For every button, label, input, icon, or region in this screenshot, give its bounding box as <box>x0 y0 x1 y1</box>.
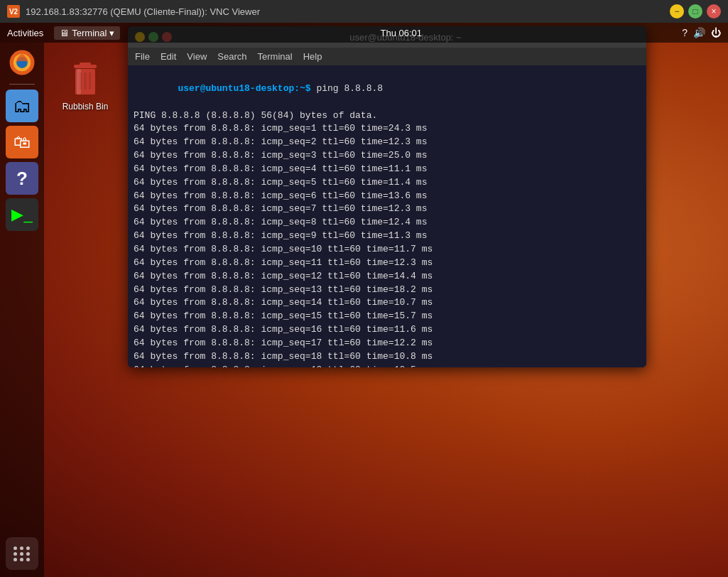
help-icon[interactable]: ? <box>682 27 688 38</box>
vnc-window-controls: − □ × <box>670 4 721 18</box>
terminal-output-line: 64 bytes from 8.8.8.8: icmp_seq=3 ttl=60… <box>134 149 641 163</box>
terminal-file-menu[interactable]: File <box>135 51 150 62</box>
volume-icon[interactable]: 🔊 <box>693 27 705 38</box>
vnc-close-button[interactable]: × <box>707 4 721 18</box>
terminal-edit-menu[interactable]: Edit <box>161 51 176 62</box>
files-icon: 🗂 <box>13 95 31 117</box>
terminal-menu-label: Terminal <box>72 28 107 38</box>
application-dock: 🗂 🛍 ? ▶_ <box>0 43 44 577</box>
terminal-view-menu[interactable]: View <box>187 51 207 62</box>
svg-rect-9 <box>77 69 81 95</box>
vnc-title: 192.168.1.83:32776 (QEMU (Cliente-Final)… <box>26 6 670 17</box>
activities-button[interactable]: Activities <box>7 28 43 38</box>
dock-item-help[interactable]: ? <box>6 162 38 195</box>
terminal-output-line: 64 bytes from 8.8.8.8: icmp_seq=11 ttl=6… <box>134 257 641 270</box>
ubuntu-desktop: Activities 🖥 Terminal ▾ Thu 06:01 ? 🔊 ⏻ <box>0 23 728 577</box>
terminal-output-line: 64 bytes from 8.8.8.8: icmp_seq=1 ttl=60… <box>134 122 641 136</box>
terminal-output-line: 64 bytes from 8.8.8.8: icmp_seq=9 ttl=60… <box>134 230 641 243</box>
vnc-minimize-button[interactable]: − <box>670 4 684 18</box>
dock-item-appstore[interactable]: 🛍 <box>6 126 38 158</box>
terminal-output-line: 64 bytes from 8.8.8.8: icmp_seq=8 ttl=60… <box>134 216 641 230</box>
terminal-menu-icon: 🖥 <box>60 28 69 38</box>
dock-item-firefox[interactable] <box>6 46 38 79</box>
terminal-output-line: 64 bytes from 8.8.8.8: icmp_seq=13 ttl=6… <box>134 284 641 297</box>
terminal-output-line: 64 bytes from 8.8.8.8: icmp_seq=17 ttl=6… <box>134 337 641 350</box>
dock-separator <box>9 84 35 85</box>
terminal-output-line: 64 bytes from 8.8.8.8: icmp_seq=4 ttl=60… <box>134 163 641 176</box>
appstore-icon: 🛍 <box>13 132 31 152</box>
terminal-output-line: 64 bytes from 8.8.8.8: icmp_seq=2 ttl=60… <box>134 136 641 149</box>
terminal-output-line: 64 bytes from 8.8.8.8: icmp_seq=19 ttl=6… <box>134 364 641 367</box>
terminal-output-line: 64 bytes from 8.8.8.8: icmp_seq=10 ttl=6… <box>134 243 641 257</box>
terminal-output: PING 8.8.8.8 (8.8.8.8) 56(84) bytes of d… <box>134 109 641 367</box>
terminal-first-line: user@ubuntu18-desktop:~$ ping 8.8.8.8 <box>134 69 641 109</box>
terminal-output-line: 64 bytes from 8.8.8.8: icmp_seq=16 ttl=6… <box>134 323 641 337</box>
terminal-output-line: 64 bytes from 8.8.8.8: icmp_seq=18 ttl=6… <box>134 350 641 364</box>
vnc-titlebar: V2 192.168.1.83:32776 (QEMU (Cliente-Fin… <box>0 0 728 23</box>
rubbish-bin-image <box>67 62 104 99</box>
terminal-output-line: 64 bytes from 8.8.8.8: icmp_seq=6 ttl=60… <box>134 190 641 203</box>
terminal-output-line: 64 bytes from 8.8.8.8: icmp_seq=7 ttl=60… <box>134 203 641 216</box>
terminal-prompt: user@ubuntu18-desktop:~$ <box>178 83 310 94</box>
rubbish-bin-label: Rubbish Bin <box>63 102 109 112</box>
terminal-content[interactable]: user@ubuntu18-desktop:~$ ping 8.8.8.8 PI… <box>128 65 646 367</box>
svg-rect-7 <box>85 72 87 90</box>
terminal-help-menu[interactable]: Help <box>303 51 322 62</box>
terminal-window: user@ubuntu18-desktop: ~ File Edit View … <box>128 26 646 367</box>
ubuntu-top-panel: Activities 🖥 Terminal ▾ Thu 06:01 ? 🔊 ⏻ <box>0 23 728 43</box>
svg-rect-8 <box>89 72 91 90</box>
terminal-output-line: 64 bytes from 8.8.8.8: icmp_seq=5 ttl=60… <box>134 176 641 190</box>
terminal-icon: ▶_ <box>11 205 32 224</box>
svg-rect-4 <box>80 63 91 66</box>
panel-right-area: ? 🔊 ⏻ <box>682 27 721 38</box>
terminal-command: ping 8.8.8.8 <box>311 83 383 94</box>
firefox-icon <box>7 48 37 77</box>
terminal-menu-chevron: ▾ <box>109 28 114 38</box>
trash-icon <box>68 62 102 99</box>
dock-item-files[interactable]: 🗂 <box>6 90 38 122</box>
terminal-output-line: 64 bytes from 8.8.8.8: icmp_seq=12 ttl=6… <box>134 270 641 284</box>
terminal-output-line: 64 bytes from 8.8.8.8: icmp_seq=15 ttl=6… <box>134 310 641 323</box>
vnc-maximize-button[interactable]: □ <box>688 4 702 18</box>
power-icon[interactable]: ⏻ <box>711 27 721 38</box>
help-circle-icon: ? <box>16 168 28 190</box>
rubbish-bin-icon[interactable]: Rubbish Bin <box>57 62 114 112</box>
terminal-output-line: PING 8.8.8.8 (8.8.8.8) 56(84) bytes of d… <box>134 109 641 123</box>
vnc-app-icon: V2 <box>7 5 20 18</box>
terminal-terminal-menu[interactable]: Terminal <box>258 51 293 62</box>
apps-grid-icon <box>13 546 31 561</box>
terminal-output-line: 64 bytes from 8.8.8.8: icmp_seq=14 ttl=6… <box>134 296 641 310</box>
terminal-search-menu[interactable]: Search <box>217 51 246 62</box>
show-apps-button[interactable] <box>6 537 38 570</box>
dock-item-terminal[interactable]: ▶_ <box>6 198 38 231</box>
terminal-menubar: File Edit View Search Terminal Help <box>128 48 646 65</box>
panel-clock: Thu 06:01 <box>120 28 682 38</box>
terminal-menu-button[interactable]: 🖥 Terminal ▾ <box>54 26 120 40</box>
